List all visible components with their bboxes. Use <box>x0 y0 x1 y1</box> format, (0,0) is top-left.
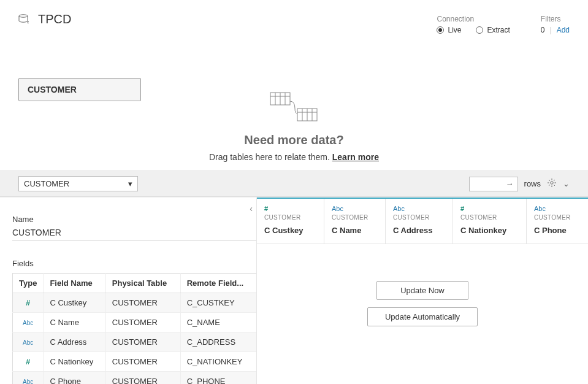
fields-header-physical[interactable]: Physical Table <box>105 274 180 293</box>
learn-more-link[interactable]: Learn more <box>332 152 379 162</box>
field-name-cell: C Custkey <box>44 293 105 313</box>
svg-point-0 <box>19 14 28 17</box>
grid-column-name: C Name <box>332 226 378 235</box>
canvas-hint-text: Drag tables here to relate them. <box>209 152 332 162</box>
chevron-down-icon[interactable]: ⌄ <box>563 179 570 188</box>
collapse-left-pane-icon[interactable]: ‹ <box>250 204 253 213</box>
table-row[interactable]: #C NationkeyCUSTOMERC_NATIONKEY <box>13 352 258 372</box>
table-row[interactable]: AbcC PhoneCUSTOMERC_PHONE <box>13 372 258 385</box>
filters-add-link[interactable]: Add <box>557 26 570 34</box>
svg-line-19 <box>554 180 555 181</box>
string-type-icon: Abc <box>23 320 33 326</box>
connection-label: Connection <box>437 15 510 23</box>
tables-relate-icon <box>267 89 322 126</box>
svg-point-11 <box>551 182 553 184</box>
filters-block: Filters 0 | Add <box>541 15 570 34</box>
svg-line-18 <box>549 185 550 186</box>
filters-separator: | <box>550 26 552 34</box>
number-type-icon: # <box>26 298 30 307</box>
string-type-icon: Abc <box>23 378 33 384</box>
filters-label: Filters <box>541 15 570 23</box>
update-now-button[interactable]: Update Now <box>376 281 468 300</box>
table-select-value: CUSTOMER <box>24 179 69 188</box>
grid-column-header[interactable]: AbcCUSTOMERC Phone <box>527 199 588 244</box>
table-row[interactable]: AbcC AddressCUSTOMERC_ADDRESS <box>13 332 258 352</box>
field-name-cell: C Address <box>44 332 105 352</box>
grid-column-name: C Custkey <box>264 226 316 235</box>
update-auto-button[interactable]: Update Automatically <box>367 307 478 326</box>
remote-field-cell: C_CUSTKEY <box>180 293 257 313</box>
field-name-cell: C Phone <box>44 372 105 385</box>
relation-canvas[interactable]: Need more data? Drag tables here to rela… <box>18 89 570 162</box>
grid-column-name: C Nationkey <box>460 226 519 235</box>
datasource-title[interactable]: TPCD <box>38 12 71 26</box>
table-row[interactable]: AbcC NameCUSTOMERC_NAME <box>13 313 258 332</box>
grid-column-header[interactable]: AbcCUSTOMERC Name <box>324 199 386 244</box>
remote-field-cell: C_NAME <box>180 313 257 332</box>
connection-extract-radio[interactable]: Extract <box>476 26 510 34</box>
fields-header-type[interactable]: Type <box>13 274 44 293</box>
gear-icon[interactable] <box>547 178 557 190</box>
string-type-icon: Abc <box>23 339 33 346</box>
remote-field-cell: C_ADDRESS <box>180 332 257 352</box>
chevron-down-icon: ▾ <box>128 179 132 188</box>
number-type-icon: # <box>264 205 316 212</box>
field-name-cell: C Name <box>44 313 105 332</box>
number-type-icon: # <box>26 357 30 366</box>
physical-table-cell: CUSTOMER <box>105 293 180 313</box>
grid-column-header[interactable]: #CUSTOMERC Custkey <box>257 199 324 244</box>
grid-column-name: C Address <box>393 226 445 235</box>
fields-table: Type Field Name Physical Table Remote Fi… <box>12 273 257 384</box>
connection-extract-label: Extract <box>487 26 510 34</box>
svg-line-17 <box>554 185 555 186</box>
remote-field-cell: C_NATIONKEY <box>180 352 257 372</box>
physical-table-cell: CUSTOMER <box>105 332 180 352</box>
fields-label: Fields <box>12 259 244 268</box>
grid-column-table: CUSTOMER <box>534 214 581 221</box>
grid-column-table: CUSTOMER <box>393 214 445 221</box>
database-icon[interactable] <box>18 13 31 26</box>
table-select[interactable]: CUSTOMER ▾ <box>18 176 138 191</box>
connection-block: Connection Live Extract <box>437 15 510 34</box>
table-row[interactable]: #C CustkeyCUSTOMERC_CUSTKEY <box>13 293 258 313</box>
canvas-headline: Need more data? <box>18 133 570 147</box>
fields-header-remote[interactable]: Remote Field... <box>180 274 257 293</box>
grid-column-table: CUSTOMER <box>332 214 378 221</box>
physical-table-cell: CUSTOMER <box>105 313 180 332</box>
name-label: Name <box>12 215 244 224</box>
string-type-icon: Abc <box>393 205 445 212</box>
rows-count-input[interactable]: → <box>469 177 518 191</box>
grid-column-table: CUSTOMER <box>264 214 316 221</box>
canvas-hint: Drag tables here to relate them. Learn m… <box>18 152 570 162</box>
svg-line-16 <box>549 180 550 181</box>
grid-column-name: C Phone <box>534 226 581 235</box>
string-type-icon: Abc <box>332 205 378 212</box>
rows-label: rows <box>524 179 541 188</box>
string-type-icon: Abc <box>534 205 581 212</box>
physical-table-cell: CUSTOMER <box>105 372 180 385</box>
arrow-right-icon: → <box>506 179 514 188</box>
physical-table-cell: CUSTOMER <box>105 352 180 372</box>
connection-live-label: Live <box>448 26 461 34</box>
grid-column-header[interactable]: #CUSTOMERC Nationkey <box>453 199 527 244</box>
remote-field-cell: C_PHONE <box>180 372 257 385</box>
grid-column-table: CUSTOMER <box>460 214 519 221</box>
number-type-icon: # <box>460 205 519 212</box>
grid-column-header[interactable]: AbcCUSTOMERC Address <box>386 199 453 244</box>
data-grid-header: #CUSTOMERC CustkeyAbcCUSTOMERC NameAbcCU… <box>257 198 588 244</box>
field-name-cell: C Nationkey <box>44 352 105 372</box>
name-field[interactable]: CUSTOMER <box>12 228 257 240</box>
filters-count: 0 <box>541 26 545 34</box>
connection-live-radio[interactable]: Live <box>437 26 461 34</box>
fields-header-fieldname[interactable]: Field Name <box>44 274 105 293</box>
